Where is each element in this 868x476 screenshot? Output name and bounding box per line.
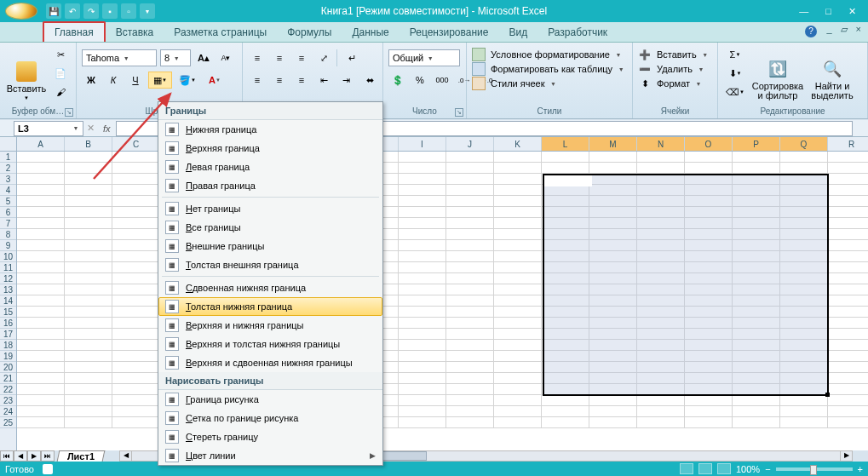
cell[interactable] (542, 395, 589, 406)
font-size-combo[interactable]: 8▼ (160, 49, 191, 66)
cell[interactable] (780, 406, 828, 417)
cell[interactable] (589, 152, 637, 163)
border-menu-item[interactable]: ▦Цвет линии▶ (158, 446, 382, 465)
border-menu-item[interactable]: ▦Стереть границу (158, 427, 382, 446)
cell[interactable] (399, 307, 446, 318)
cell[interactable] (112, 362, 160, 373)
conditional-formatting-button[interactable]: Условное форматирование ▼ (472, 48, 622, 61)
row-header[interactable]: 18 (0, 340, 16, 351)
underline-button[interactable]: Ч (126, 72, 145, 89)
cell[interactable] (446, 152, 494, 163)
font-color-button[interactable]: A▼ (203, 72, 227, 89)
cell[interactable] (828, 284, 868, 295)
cell[interactable] (399, 384, 446, 395)
find-select-button[interactable]: 🔍 Найти и выделить (808, 46, 856, 102)
save-icon[interactable]: 💾 (46, 3, 61, 19)
cell[interactable] (399, 417, 446, 428)
row-header[interactable]: 6 (0, 207, 16, 218)
row-header[interactable]: 21 (0, 373, 16, 384)
cell-styles-button[interactable]: Стили ячеек ▼ (472, 77, 556, 90)
cell[interactable] (399, 318, 446, 329)
cell[interactable] (17, 362, 65, 373)
format-as-table-button[interactable]: Форматировать как таблицу ▼ (472, 62, 624, 76)
border-menu-item[interactable]: ▦Верхняя граница (158, 139, 382, 158)
cell[interactable] (112, 218, 160, 229)
italic-button[interactable]: К (104, 72, 123, 89)
column-header[interactable]: N (637, 137, 685, 151)
cell[interactable] (685, 395, 733, 406)
tab-view[interactable]: Вид (498, 23, 537, 42)
orientation-button[interactable]: ⤢ (314, 49, 333, 66)
align-bottom-button[interactable]: ≡ (292, 49, 311, 66)
cell[interactable] (446, 262, 494, 273)
cell[interactable] (112, 174, 160, 185)
cell[interactable] (17, 295, 65, 307)
sort-filter-button[interactable]: 🔃 Сортировка и фильтр (750, 46, 805, 102)
cell[interactable] (494, 373, 542, 384)
cell[interactable] (733, 406, 780, 417)
delete-cells-button[interactable]: ➖ Удалить▼ (638, 62, 704, 76)
cell[interactable] (399, 218, 446, 229)
border-menu-item[interactable]: ▦Левая граница (158, 158, 382, 176)
decrease-indent-button[interactable]: ⇤ (314, 72, 333, 89)
cell[interactable] (65, 307, 112, 318)
row-header[interactable]: 13 (0, 284, 16, 295)
cell[interactable] (17, 196, 65, 207)
cell[interactable] (446, 163, 494, 174)
office-button[interactable] (5, 3, 37, 20)
cell[interactable] (542, 163, 589, 174)
cell[interactable] (446, 351, 494, 362)
cell[interactable] (494, 196, 542, 207)
cell[interactable] (65, 295, 112, 307)
cell[interactable] (494, 384, 542, 395)
row-header[interactable]: 11 (0, 262, 16, 273)
cell[interactable] (17, 340, 65, 351)
cell[interactable] (637, 152, 685, 163)
cell[interactable] (446, 362, 494, 373)
row-header[interactable]: 14 (0, 295, 16, 307)
border-menu-item[interactable]: ▦Нет границы (158, 199, 382, 218)
cell[interactable] (17, 384, 65, 395)
cell[interactable] (494, 406, 542, 417)
row-header[interactable]: 25 (0, 417, 16, 428)
cell[interactable] (17, 284, 65, 295)
cell[interactable] (112, 152, 160, 163)
tab-formulas[interactable]: Формулы (277, 23, 342, 42)
cell[interactable] (828, 185, 868, 196)
cell[interactable] (828, 395, 868, 406)
cell[interactable] (685, 163, 733, 174)
cell[interactable] (494, 163, 542, 174)
cell[interactable] (637, 395, 685, 406)
cell[interactable] (446, 384, 494, 395)
cell[interactable] (446, 174, 494, 185)
border-menu-item[interactable]: ▦Все границы (158, 218, 382, 237)
cell[interactable] (446, 207, 494, 218)
cell[interactable] (828, 196, 868, 207)
cell[interactable] (685, 417, 733, 428)
cell[interactable] (637, 417, 685, 428)
row-header[interactable]: 2 (0, 163, 16, 174)
cell[interactable] (399, 163, 446, 174)
shrink-font-button[interactable]: A▾ (216, 49, 235, 66)
cell[interactable] (446, 307, 494, 318)
cell[interactable] (112, 207, 160, 218)
row-header[interactable]: 4 (0, 185, 16, 196)
percent-button[interactable]: % (411, 72, 429, 89)
row-header[interactable]: 7 (0, 218, 16, 229)
cell[interactable] (399, 152, 446, 163)
border-menu-item[interactable]: ▦Сетка по границе рисунка (158, 409, 382, 427)
cell[interactable] (65, 362, 112, 373)
prev-sheet-button[interactable]: ◀ (14, 450, 27, 462)
cell[interactable] (494, 218, 542, 229)
increase-indent-button[interactable]: ⇥ (336, 72, 355, 89)
border-menu-item[interactable]: ▦Нижняя граница (158, 120, 382, 139)
cell[interactable] (494, 229, 542, 240)
cell[interactable] (542, 406, 589, 417)
cell[interactable] (399, 273, 446, 284)
last-sheet-button[interactable]: ⏭ (41, 450, 55, 462)
cell[interactable] (446, 406, 494, 417)
cell[interactable] (494, 318, 542, 329)
cell[interactable] (494, 240, 542, 251)
column-header[interactable]: I (399, 137, 446, 151)
cell[interactable] (65, 417, 112, 428)
